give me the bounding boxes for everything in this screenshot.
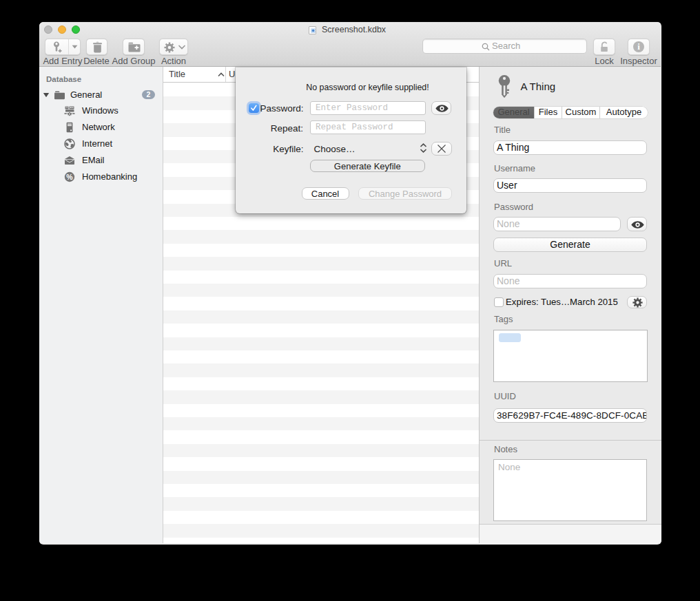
svg-text:%: % [66,173,73,181]
